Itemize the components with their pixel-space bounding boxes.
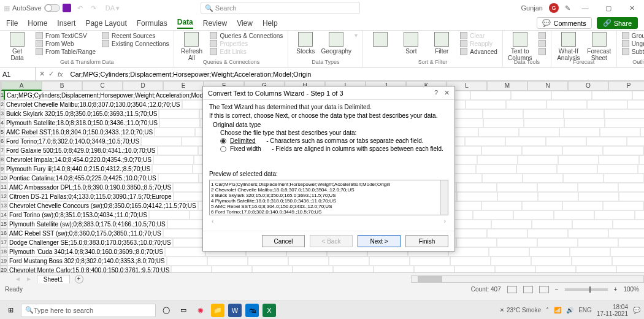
cell[interactable]	[635, 210, 644, 220]
cell[interactable]	[293, 266, 333, 272]
cell[interactable]	[478, 128, 519, 137]
what-if-button[interactable]: What-If Analysis	[556, 32, 581, 61]
cell[interactable]	[627, 137, 644, 146]
flash-fill[interactable]	[539, 32, 546, 39]
cell[interactable]	[564, 109, 604, 118]
cell[interactable]	[546, 137, 586, 146]
cell[interactable]	[570, 247, 610, 256]
cell[interactable]	[516, 164, 557, 174]
cell[interactable]	[554, 210, 594, 220]
cell[interactable]	[600, 128, 640, 137]
row-header[interactable]: 8	[0, 155, 4, 164]
start-button[interactable]: ⊞	[4, 304, 17, 317]
cell[interactable]	[159, 109, 199, 118]
cell[interactable]	[532, 220, 572, 229]
cell[interactable]	[482, 174, 523, 183]
cell[interactable]: Chevrolet Monte Carlo;15.0;8;400.0;150.0…	[7, 266, 171, 272]
cell[interactable]	[597, 164, 638, 174]
cell[interactable]	[456, 183, 497, 192]
cell[interactable]	[572, 256, 612, 266]
notifications-icon[interactable]: 💬	[633, 307, 640, 313]
user-avatar-icon[interactable]: G	[549, 3, 559, 13]
preview-left-icon[interactable]: ‹	[212, 218, 213, 225]
cell[interactable]	[576, 266, 616, 272]
task-view-icon[interactable]: ▭	[177, 304, 190, 317]
cell[interactable]	[594, 210, 635, 220]
qat-more[interactable]: DA ▾	[105, 4, 120, 12]
cell[interactable]	[531, 256, 572, 266]
forecast-sheet-button[interactable]: Forecast Sheet	[587, 32, 611, 61]
maximize-button[interactable]: ▢	[600, 2, 617, 14]
cell[interactable]	[505, 137, 546, 146]
cell[interactable]: Chevrolet Chevelle Malibu;18.0;8;307.0;1…	[4, 100, 182, 109]
cell[interactable]	[288, 256, 329, 266]
col-header[interactable]: B	[42, 81, 82, 91]
cell[interactable]	[546, 100, 587, 109]
row-header[interactable]: 14	[0, 210, 7, 220]
cell[interactable]	[481, 146, 522, 155]
cell[interactable]	[141, 137, 182, 146]
cell[interactable]	[587, 100, 627, 109]
cell[interactable]	[603, 146, 643, 155]
search-box[interactable]: 🔍 Search	[201, 2, 360, 14]
cell[interactable]	[523, 109, 564, 118]
tab-page-layout[interactable]: Page Layout	[85, 19, 126, 28]
cell[interactable]	[599, 155, 639, 164]
cell[interactable]: Dodge Challenger SE;15.0;8;383.0;170.0;3…	[7, 238, 173, 247]
cell[interactable]: Ford Torino;17.0;8;302.0;140.0;3449.;10.…	[4, 137, 141, 146]
cell[interactable]	[613, 220, 644, 229]
sort-az-button[interactable]	[368, 32, 393, 47]
tab-nav-left-icon[interactable]: ◄	[15, 275, 21, 282]
cell[interactable]	[466, 100, 506, 109]
text-to-columns-button[interactable]: Text to Columns	[508, 32, 532, 61]
row-header[interactable]: 7	[0, 146, 4, 155]
zoom-slider[interactable]	[565, 288, 608, 291]
cell[interactable]	[207, 256, 248, 266]
cell[interactable]	[165, 247, 205, 256]
cell[interactable]	[158, 174, 199, 183]
cell[interactable]	[491, 256, 531, 266]
tab-help[interactable]: Help	[263, 19, 278, 28]
row-header[interactable]: 1	[0, 91, 5, 100]
cell[interactable]	[522, 201, 562, 210]
cell[interactable]	[456, 238, 497, 247]
preview-scrollbar[interactable]	[440, 180, 448, 215]
ungroup-rows[interactable]: Ungroup ▾	[622, 40, 644, 47]
cell[interactable]	[603, 201, 643, 210]
preview-right-icon[interactable]: ›	[444, 218, 446, 225]
cell[interactable]	[497, 192, 538, 201]
cell[interactable]	[551, 91, 592, 100]
col-header[interactable]: P	[608, 81, 644, 91]
autosave-toggle[interactable]: AutoSave	[12, 4, 60, 12]
zoom-in-button[interactable]: +	[614, 286, 618, 293]
cell[interactable]	[483, 118, 524, 128]
cell[interactable]	[618, 238, 644, 247]
row-header[interactable]: 17	[0, 238, 7, 247]
cell[interactable]: Plymouth Satellite (sw);0;8;383.0;175.0;…	[7, 220, 167, 229]
from-table-range[interactable]: From Table/Range	[36, 48, 96, 55]
row-header[interactable]: 5	[0, 128, 4, 137]
tab-file[interactable]: File	[6, 19, 18, 28]
collapse-ribbon-icon[interactable]: ⌄	[635, 57, 642, 66]
cell[interactable]	[518, 155, 558, 164]
cell[interactable]	[159, 118, 200, 128]
geography-button[interactable]: Geography	[324, 32, 348, 55]
cell[interactable]	[519, 128, 559, 137]
cancel-button[interactable]: Cancel	[262, 235, 305, 247]
cancel-edit-icon[interactable]: ✕	[39, 70, 45, 78]
cell[interactable]	[529, 247, 570, 256]
refresh-all-button[interactable]: Refresh All	[179, 32, 204, 61]
cell[interactable]	[491, 220, 532, 229]
cell[interactable]	[619, 192, 644, 201]
cell[interactable]	[369, 256, 410, 266]
minimize-button[interactable]: —	[577, 2, 594, 14]
col-header[interactable]: O	[568, 81, 608, 91]
row-header[interactable]: 19	[0, 256, 7, 266]
row-header[interactable]: 9	[0, 164, 4, 174]
col-header[interactable]: C	[82, 81, 123, 91]
cell[interactable]	[497, 183, 537, 192]
queries-connections[interactable]: Queries & Connections	[210, 32, 283, 39]
cell[interactable]	[414, 266, 454, 272]
row-header[interactable]: 3	[0, 109, 4, 118]
cell[interactable]	[153, 155, 194, 164]
